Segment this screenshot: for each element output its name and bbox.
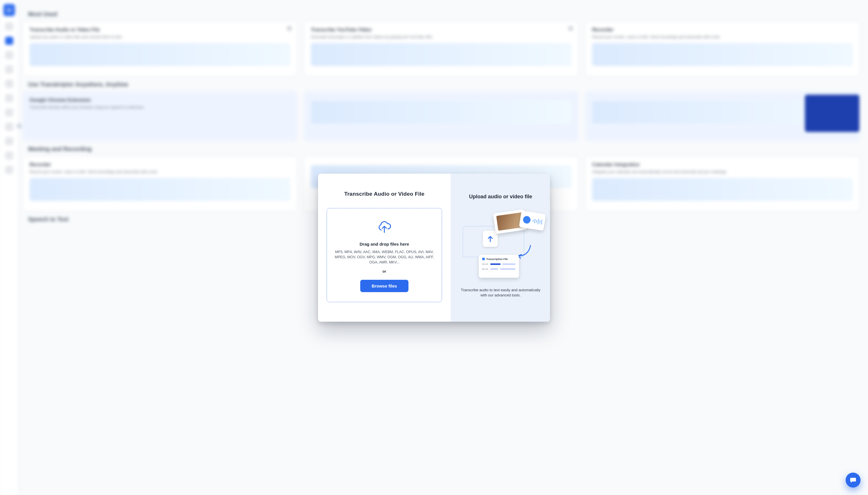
mic-icon <box>523 215 531 224</box>
upload-modal: Transcribe Audio or Video File Drag and … <box>318 174 550 322</box>
or-divider: or <box>382 269 386 273</box>
illus-audio-card <box>519 210 546 231</box>
chat-icon <box>850 477 856 483</box>
modal-overlay: Transcribe Audio or Video File Drag and … <box>0 0 868 495</box>
modal-right-panel: Upload audio or video file <box>450 174 550 322</box>
illus-transcription-file: Transcription File 01:12 01:13 <box>479 255 519 278</box>
illus-upload-square <box>483 231 498 247</box>
upload-illustration: Transcription File 01:12 01:13 <box>460 208 541 280</box>
timestamp: 01:12 <box>482 263 489 266</box>
modal-left-panel: Transcribe Audio or Video File Drag and … <box>318 174 450 322</box>
file-dropzone[interactable]: Drag and drop files here MP3, MP4, WAV, … <box>327 208 442 302</box>
dropzone-title: Drag and drop files here <box>360 242 409 246</box>
supported-formats: MP3, MP4, WAV, AAC, M4A, WEBM, FLAC, OPU… <box>334 249 435 265</box>
cloud-upload-icon <box>375 221 393 234</box>
waveform-icon <box>532 218 543 225</box>
right-panel-desc: Transcribe audio to text easily and auto… <box>460 288 541 298</box>
browse-files-button[interactable]: Browse files <box>360 280 408 292</box>
modal-title: Transcribe Audio or Video File <box>327 191 442 197</box>
timestamp: 01:13 <box>482 268 489 270</box>
chat-fab[interactable] <box>846 473 861 488</box>
tfile-label: Transcription File <box>482 258 515 260</box>
upload-arrow-icon <box>487 235 493 242</box>
right-panel-title: Upload audio or video file <box>460 194 541 200</box>
